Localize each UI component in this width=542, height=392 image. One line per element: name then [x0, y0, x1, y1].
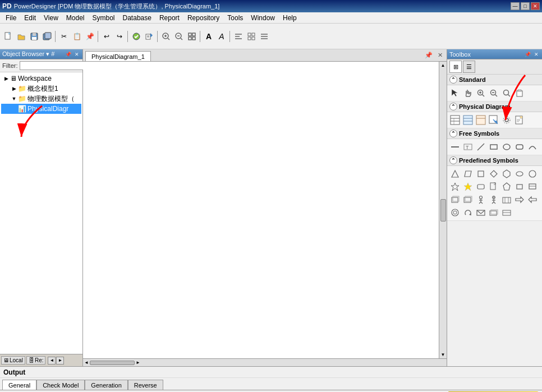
toolbar-check[interactable] — [130, 30, 143, 43]
toolbar-align-left[interactable] — [232, 30, 245, 43]
tool-ellipse[interactable] — [500, 141, 513, 153]
tool-zoom-fit[interactable] — [500, 87, 513, 99]
tree-item-concept-model[interactable]: ▶ 📁 概念模型1 — [1, 84, 81, 94]
repo-tab[interactable]: 🗄 Re: — [26, 356, 46, 365]
predefined-toggle[interactable]: ⌃ — [449, 156, 457, 164]
tool-rounded-rect[interactable] — [513, 141, 526, 153]
tool-rect8[interactable] — [500, 206, 513, 219]
object-browser-close[interactable]: ✕ — [74, 52, 80, 57]
close-button[interactable]: ✕ — [531, 2, 540, 10]
menu-window[interactable]: Window — [247, 13, 278, 22]
tool-new-ref[interactable] — [488, 114, 500, 126]
tool-diagonal-line[interactable] — [475, 141, 487, 153]
local-tab[interactable]: 🖥 Local — [1, 356, 25, 365]
toolbox-section-physical-header[interactable]: ⌃ Physical Diagram — [447, 102, 542, 112]
diagram-canvas[interactable] — [83, 62, 439, 358]
tool-oval[interactable] — [513, 168, 526, 180]
tool-pointer[interactable] — [449, 87, 461, 99]
menu-database[interactable]: Database — [120, 13, 155, 22]
menu-model[interactable]: Model — [63, 13, 88, 22]
expand-icon-3[interactable]: ▼ — [10, 96, 18, 102]
scroll-up-btn[interactable]: ▲ — [441, 63, 445, 68]
physical-toggle[interactable]: ⌃ — [449, 103, 457, 110]
diagram-tab-1[interactable]: PhysicalDiagram_1 — [85, 51, 151, 61]
toolbox-section-free-header[interactable]: ⌃ Free Symbols — [447, 128, 542, 139]
toolbox-close[interactable]: ✕ — [533, 52, 540, 57]
tool-star-filled[interactable] — [462, 181, 474, 193]
tool-line-h[interactable] — [449, 141, 461, 153]
tool-hexagon[interactable] — [500, 168, 513, 180]
diagram-scrollbar-vertical[interactable]: ▲ ▼ — [439, 62, 447, 358]
diagram-close-btn[interactable]: ✕ — [435, 50, 444, 59]
tool-envelope[interactable] — [475, 206, 487, 219]
scroll-right-btn[interactable]: ► — [136, 360, 140, 365]
toolbar-gen[interactable] — [143, 30, 155, 43]
scroll-down-btn[interactable]: ▼ — [441, 352, 445, 357]
tool-table[interactable] — [449, 114, 461, 126]
toolbar-undo[interactable]: ↩ — [100, 30, 113, 43]
tool-zoom-in[interactable] — [475, 87, 487, 99]
tool-rect2[interactable] — [513, 181, 526, 193]
toolbar-redo[interactable]: ↪ — [113, 30, 126, 43]
tool-parallelogram[interactable] — [462, 168, 474, 180]
tool-rect3[interactable] — [526, 181, 539, 193]
output-tab-general[interactable]: General — [2, 380, 36, 390]
toolbar-copy[interactable]: 📋 — [71, 30, 83, 43]
nav-next[interactable]: ► — [56, 357, 64, 365]
tool-rect4[interactable] — [449, 193, 461, 206]
toolbox-pin[interactable]: 📌 — [523, 52, 532, 57]
tool-rect5[interactable] — [462, 193, 474, 206]
tool-person2[interactable] — [488, 193, 500, 206]
tree-item-physical-diagram[interactable]: 📊 PhysicalDiagr — [1, 104, 81, 114]
toolbar-cut[interactable]: ✂ — [58, 30, 70, 43]
toolbar-save[interactable] — [28, 30, 40, 43]
tool-rect[interactable] — [488, 141, 500, 153]
expand-icon[interactable]: ▶ — [2, 76, 10, 81]
maximize-button[interactable]: □ — [521, 2, 530, 10]
toolbar-list[interactable] — [258, 30, 270, 43]
toolbar-zoom-out[interactable] — [173, 30, 185, 43]
tree-item-physical-model[interactable]: ▼ 📁 物理数据模型（ — [1, 94, 81, 104]
toolbar-italic[interactable]: A — [215, 30, 228, 43]
minimize-button[interactable]: — — [511, 2, 520, 10]
scroll-thumb-v[interactable] — [440, 199, 446, 222]
tool-diamond[interactable] — [488, 168, 500, 180]
tree-item-workspace[interactable]: ▶ 🖥 Workspace — [1, 73, 81, 84]
toolbar-bold[interactable]: A — [203, 30, 215, 43]
toolbar-new[interactable] — [2, 30, 15, 43]
grid-view-btn[interactable]: ⊞ — [449, 61, 462, 73]
toolbar-open[interactable] — [15, 30, 27, 43]
output-tab-check[interactable]: Check Model — [36, 380, 85, 390]
menu-report[interactable]: Report — [156, 13, 183, 22]
tool-doc[interactable] — [488, 181, 500, 193]
tool-circle[interactable] — [526, 168, 539, 180]
menu-repository[interactable]: Repository — [184, 13, 223, 22]
tool-person[interactable] — [475, 193, 487, 206]
tool-view[interactable] — [462, 114, 474, 126]
tool-relationship[interactable] — [475, 114, 487, 126]
tool-arrow-right[interactable] — [513, 193, 526, 206]
toolbox-section-predefined-header[interactable]: ⌃ Predefined Symbols — [447, 155, 542, 166]
scroll-thumb-h[interactable] — [90, 361, 135, 365]
tool-square[interactable] — [475, 168, 487, 180]
tool-arc[interactable] — [526, 141, 539, 153]
toolbar-save-all[interactable] — [41, 30, 53, 43]
tool-zoom-out[interactable] — [488, 87, 500, 99]
menu-view[interactable]: View — [40, 13, 62, 22]
diagram-scrollbar-horizontal[interactable]: ◄ ► — [83, 358, 447, 366]
scroll-left-btn[interactable]: ◄ — [84, 360, 89, 365]
free-toggle[interactable]: ⌃ — [449, 130, 457, 137]
toolbar-grid[interactable] — [245, 30, 258, 43]
diagram-pin-btn[interactable]: 📌 — [424, 50, 433, 59]
toolbar-fit[interactable] — [186, 30, 198, 43]
tool-clipboard[interactable] — [513, 87, 526, 99]
object-browser-pin[interactable]: 📌 — [64, 52, 72, 57]
menu-edit[interactable]: Edit — [21, 13, 39, 22]
tool-text[interactable]: T — [462, 141, 474, 153]
toolbox-section-standard-header[interactable]: ⌃ Standard — [447, 75, 542, 85]
standard-toggle[interactable]: ⌃ — [449, 76, 457, 84]
menu-tools[interactable]: Tools — [224, 13, 246, 22]
toolbar-paste[interactable]: 📌 — [84, 30, 96, 43]
output-tab-generation[interactable]: Generation — [85, 380, 127, 390]
tool-rect6[interactable] — [500, 193, 513, 206]
